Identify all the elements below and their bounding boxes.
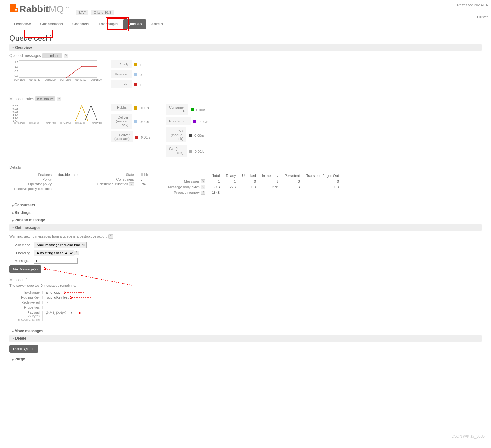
server-reported: The server reported 0 messages remaining… bbox=[9, 284, 482, 287]
rates-legend-a: Publish0.00/s Deliver(manualack)0.00/s D… bbox=[111, 104, 150, 159]
main-tabs: Overview Connections Channels Exchanges … bbox=[9, 19, 482, 29]
logo-suffix: MQ bbox=[49, 4, 64, 14]
message-rates-title: Message rates last minute ? bbox=[9, 97, 482, 101]
svg-point-3 bbox=[15, 9, 17, 11]
logo-text: Rabbit bbox=[19, 4, 49, 14]
section-overview[interactable]: Overview bbox=[9, 44, 482, 51]
section-move[interactable]: Move messages bbox=[9, 327, 482, 334]
erlang-badge: Erlang 19.3 bbox=[91, 10, 113, 15]
tab-connections[interactable]: Connections bbox=[35, 19, 68, 29]
tab-channels[interactable]: Channels bbox=[68, 19, 94, 29]
encoding-select[interactable]: Auto string / base64 bbox=[34, 250, 74, 256]
help-icon[interactable]: ? bbox=[74, 251, 79, 255]
tab-queues[interactable]: Queues bbox=[123, 19, 146, 29]
queued-legend: Ready1 Unacked0 Total1 bbox=[111, 60, 142, 90]
rates-legend-b: Consumerack0.00/s Redelivered0.00/s Get(… bbox=[166, 104, 208, 159]
help-icon[interactable]: ? bbox=[64, 54, 69, 58]
get-messages-button[interactable]: Get Message(s) bbox=[9, 265, 41, 273]
help-icon[interactable]: ? bbox=[201, 185, 206, 189]
tab-overview[interactable]: Overview bbox=[9, 19, 35, 29]
section-get[interactable]: Get messages bbox=[9, 224, 482, 231]
section-publish[interactable]: Publish message bbox=[9, 217, 482, 224]
ack-mode-select[interactable]: Nack message requeue true bbox=[34, 242, 87, 248]
delete-queue-button[interactable]: Delete Queue bbox=[9, 345, 38, 353]
section-consumers[interactable]: Consumers bbox=[9, 202, 482, 209]
messages-input[interactable] bbox=[34, 258, 78, 264]
rabbitmq-logo: RabbitMQ™ bbox=[9, 3, 70, 15]
time-range-tag-2[interactable]: last minute bbox=[35, 96, 55, 101]
tab-exchanges[interactable]: Exchanges bbox=[94, 19, 123, 29]
messages-label: Messages: bbox=[9, 259, 31, 263]
ack-mode-label: Ack Mode: bbox=[9, 243, 31, 247]
queued-messages-chart: 1.51.00.50.0 bbox=[19, 60, 97, 78]
help-icon[interactable]: ? bbox=[108, 234, 113, 239]
message-header: Message 1 bbox=[9, 278, 482, 282]
section-delete[interactable]: Delete bbox=[9, 335, 482, 342]
message-rates-chart: 0.3/s0.2/s0.2/s0.1/s0.1/s0.0/s bbox=[19, 104, 97, 121]
time-range-tag[interactable]: last minute bbox=[42, 53, 62, 58]
details-label: Details bbox=[9, 165, 482, 170]
get-warning: Warning: getting messages from a queue i… bbox=[9, 234, 107, 238]
svg-rect-2 bbox=[10, 8, 18, 12]
help-icon[interactable]: ? bbox=[129, 182, 134, 186]
logo-icon bbox=[9, 3, 19, 15]
help-icon[interactable]: ? bbox=[201, 179, 206, 183]
page-title: Queue ceshi bbox=[9, 34, 482, 43]
section-purge[interactable]: Purge bbox=[9, 356, 482, 363]
help-icon[interactable]: ? bbox=[57, 97, 62, 101]
section-bindings[interactable]: Bindings bbox=[9, 209, 482, 216]
tab-admin[interactable]: Admin bbox=[146, 19, 167, 29]
cluster-label: Cluster bbox=[477, 15, 488, 19]
queued-messages-title: Queued messages last minute ? bbox=[9, 54, 482, 58]
stats-table: TotalReadyUnackedIn memoryPersistentTran… bbox=[165, 173, 342, 195]
svg-line-4 bbox=[46, 269, 132, 285]
encoding-label: Encoding: bbox=[9, 251, 31, 255]
refreshed-label: Refreshed 2023-10- bbox=[457, 3, 488, 7]
help-icon[interactable]: ? bbox=[201, 191, 206, 195]
version-badge: 3.7.7 bbox=[76, 10, 88, 15]
